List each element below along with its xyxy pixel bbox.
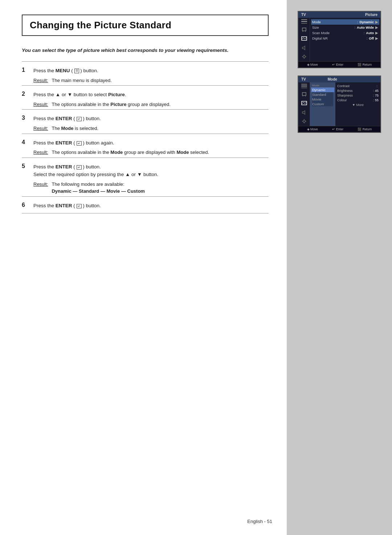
tv1-content: Mode : Dynamic ▶ Size : Auto Wide ▶ Scan… — [298, 18, 380, 61]
step-3-bold: ENTER — [56, 116, 72, 121]
svg-rect-17 — [301, 86, 307, 86]
step-4-result-text: The options available in the Mode group … — [52, 149, 209, 156]
step-2-number: 2 — [22, 91, 28, 97]
tv2-icon-menu — [301, 84, 307, 89]
step-3-text: Press the ENTER ( ↵ ) button. — [33, 115, 269, 123]
modes-text: Dynamic — Standard — Movie — Custom — [52, 188, 144, 194]
tv2-more: ▼ More — [337, 102, 379, 107]
tv1-title: Picture — [365, 13, 377, 17]
svg-point-11 — [303, 56, 305, 58]
step-4-result-label: Result: — [33, 149, 48, 156]
step-2: 2 Press the ▲ or ▼ button to select Pict… — [22, 85, 269, 109]
step-1-result-text: The main menu is displayed. — [52, 77, 111, 84]
tv2-footer-move: ◈ Move — [307, 127, 318, 131]
tv2-icon-sound — [302, 110, 307, 116]
svg-point-27 — [303, 120, 305, 122]
tv2-footer-enter: ↵ Enter — [332, 127, 343, 131]
svg-rect-1 — [301, 21, 307, 22]
step-2-text: Press the ▲ or ▼ button to select Pictur… — [33, 91, 269, 99]
svg-rect-19 — [302, 93, 306, 95]
tv2-footer-return: ⬛ Return — [358, 127, 372, 131]
tv2-title: Mode — [328, 77, 337, 81]
step-3-result-label: Result: — [33, 125, 48, 132]
step-3-result-text: The Mode is selected. — [52, 125, 98, 132]
svg-rect-3 — [302, 28, 306, 31]
tv2-mode-options: Mode Dynamic Standard Movie Custom — [310, 82, 335, 126]
step-1-result-label: Result: — [33, 77, 48, 84]
tv1-icon-picture — [301, 36, 307, 42]
tv1-icon-channel — [302, 27, 307, 33]
step-5-text: Press the ENTER ( ↵ ) button. Select the… — [33, 163, 269, 179]
step-2-result-label: Result: — [33, 101, 48, 108]
tv-screen-1: TV Picture — [298, 11, 381, 68]
step-5-number: 5 — [22, 163, 28, 170]
tv1-row-scan: Scan Mode : Auto ▶ — [312, 30, 378, 36]
title-box: Changing the Picture Standard — [22, 15, 269, 36]
tv1-icon-sound — [302, 45, 307, 51]
step-1-bold: MENU — [56, 68, 70, 73]
step-3: 3 Press the ENTER ( ↵ ) button. Result: … — [22, 109, 269, 133]
tv-screen-2: TV Mode — [298, 75, 381, 133]
tv1-footer: ◈ Move ↵ Enter ⬛ Return — [298, 61, 380, 68]
page-title: Changing the Picture Standard — [30, 20, 261, 31]
tv2-header: TV Mode — [298, 76, 380, 82]
svg-marker-10 — [302, 46, 305, 50]
svg-rect-0 — [301, 19, 307, 20]
step-1-number: 1 — [22, 67, 28, 73]
tv1-footer-enter: ↵ Enter — [332, 63, 343, 66]
step-5-result: Result: The following modes are availabl… — [33, 181, 269, 195]
svg-marker-26 — [302, 111, 305, 114]
tv1-row-dnr: Digital NR : Off ▶ — [312, 36, 378, 41]
sidebar: TV Picture — [287, 0, 392, 535]
step-1: 1 Press the MENU ( ⠿ ) button. Result: T… — [22, 61, 269, 85]
tv2-mode-section: Mode Dynamic Standard Movie Custom Contr… — [298, 82, 380, 126]
tv1-icon-setup — [302, 54, 307, 60]
step-6-text: Press the ENTER ( ↵ ) button. — [33, 202, 269, 210]
step-2-result-text: The options available in the Picture gro… — [52, 101, 170, 108]
tv2-opt-movie: Movie — [312, 97, 333, 102]
tv2-detail-colour: Colour : 55 — [337, 98, 379, 102]
tv2-detail-contrast: Contrast : — [337, 83, 379, 88]
step-4-body: Press the ENTER ( ↵ ) button again. Resu… — [33, 139, 269, 156]
tv2-icon-picture — [301, 101, 307, 107]
tv2-detail-sharpness: Sharpness : 75 — [337, 93, 379, 98]
svg-line-8 — [303, 38, 305, 39]
step-4-result: Result: The options available in the Mod… — [33, 149, 269, 156]
tv1-icon-menu — [301, 19, 307, 24]
tv2-icon-channel — [302, 92, 307, 98]
step-1-result: Result: The main menu is displayed. — [33, 77, 269, 84]
tv2-label: TV — [301, 77, 306, 81]
step-1-body: Press the MENU ( ⠿ ) button. Result: The… — [33, 67, 269, 84]
tv1-label: TV — [301, 13, 306, 17]
tv2-icons — [298, 82, 310, 126]
tv2-mode-details: Contrast : Brightness : 45 Sharpness : — [335, 82, 380, 126]
tv2-mode-grey-label: Mode — [312, 83, 333, 87]
tv1-menu: Mode : Dynamic ▶ Size : Auto Wide ▶ Scan… — [310, 18, 380, 61]
tv2-right: Mode Dynamic Standard Movie Custom Contr… — [310, 82, 380, 126]
svg-line-24 — [303, 102, 305, 103]
tv-screen-1-header: TV Picture — [298, 12, 380, 18]
page-container: Changing the Picture Standard You can se… — [0, 0, 392, 535]
step-6-body: Press the ENTER ( ↵ ) button. — [33, 202, 269, 212]
intro-paragraph: You can select the type of picture which… — [22, 47, 269, 54]
step-5-result-label: Result: — [33, 181, 48, 195]
step-6-bold: ENTER — [56, 203, 72, 208]
tv2-detail-brightness: Brightness : 45 — [337, 88, 379, 93]
step-2-body: Press the ▲ or ▼ button to select Pictur… — [33, 91, 269, 108]
tv2-icon-setup — [302, 119, 307, 124]
step-6: 6 Press the ENTER ( ↵ ) button. — [22, 196, 269, 214]
step-3-body: Press the ENTER ( ↵ ) button. Result: Th… — [33, 115, 269, 132]
step-6-number: 6 — [22, 202, 28, 208]
svg-rect-18 — [301, 87, 307, 88]
tv1-footer-return: ⬛ Return — [358, 63, 372, 66]
tv1-row-size: Size : Auto Wide ▶ — [312, 25, 378, 30]
step-4-text: Press the ENTER ( ↵ ) button again. — [33, 139, 269, 147]
step-5: 5 Press the ENTER ( ↵ ) button. Select t… — [22, 158, 269, 196]
tv2-opt-custom: Custom — [312, 102, 333, 106]
step-4-bold: ENTER — [56, 140, 72, 146]
tv2-opt-standard: Standard — [312, 92, 333, 97]
main-content: Changing the Picture Standard You can se… — [0, 0, 287, 535]
step-4: 4 Press the ENTER ( ↵ ) button again. Re… — [22, 134, 269, 158]
tv1-icons — [298, 18, 310, 61]
tv1-row-mode: Mode : Dynamic ▶ — [311, 19, 379, 25]
